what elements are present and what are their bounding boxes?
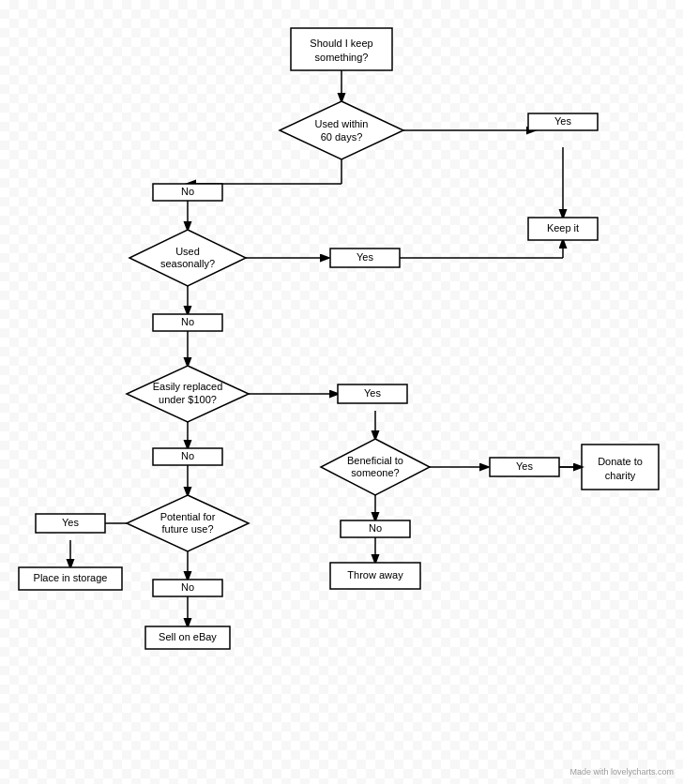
svg-text:under $100?: under $100?	[159, 394, 217, 405]
svg-text:future use?: future use?	[161, 523, 213, 535]
svg-text:Throw away: Throw away	[347, 569, 403, 580]
used60-diamond: Used within 60 days?	[280, 101, 403, 159]
svg-text:Sell on eBay: Sell on eBay	[159, 631, 217, 642]
svg-text:Should I keep: Should I keep	[310, 38, 372, 49]
svg-text:Used: Used	[175, 246, 200, 257]
svg-text:60 days?: 60 days?	[321, 131, 363, 143]
svg-rect-55	[582, 445, 659, 490]
start-box: Should I keep something?	[291, 28, 392, 70]
potential-future-diamond: Potential for future use?	[127, 495, 249, 551]
svg-text:No: No	[181, 581, 194, 593]
svg-text:No: No	[181, 186, 194, 197]
svg-text:No: No	[369, 522, 382, 534]
svg-text:No: No	[181, 316, 194, 327]
donate-charity-box: Donate to charity	[582, 445, 659, 490]
svg-text:Used within: Used within	[315, 118, 369, 129]
svg-text:Beneficial to: Beneficial to	[347, 455, 403, 466]
yes1-box: Yes	[528, 113, 598, 130]
yes4-box: Yes	[490, 458, 559, 476]
svg-text:No: No	[181, 450, 194, 461]
sell-ebay-box: Sell on eBay	[145, 626, 230, 649]
flowchart: Should I keep something? Used within 60 …	[0, 0, 683, 784]
svg-text:Yes: Yes	[357, 251, 373, 263]
used-seasonally-diamond: Used seasonally?	[129, 230, 246, 286]
svg-text:seasonally?: seasonally?	[160, 258, 215, 269]
svg-rect-24	[291, 28, 392, 70]
no2-box: No	[153, 314, 222, 331]
yes5-box: Yes	[36, 514, 105, 533]
watermark: Made with lovelycharts.com	[569, 767, 674, 776]
svg-text:Potential for: Potential for	[160, 511, 216, 522]
svg-text:Easily replaced: Easily replaced	[153, 381, 223, 392]
svg-text:Place in storage: Place in storage	[34, 572, 108, 583]
svg-text:Keep it: Keep it	[547, 222, 579, 234]
svg-text:Yes: Yes	[554, 115, 571, 127]
svg-text:someone?: someone?	[351, 467, 399, 478]
svg-text:Yes: Yes	[516, 460, 533, 472]
no1-box: No	[153, 184, 222, 201]
keep-it-box: Keep it	[528, 218, 598, 240]
place-storage-box: Place in storage	[19, 567, 122, 590]
beneficial-diamond: Beneficial to someone?	[321, 439, 430, 495]
svg-text:Yes: Yes	[62, 517, 79, 528]
svg-text:something?: something?	[315, 52, 369, 63]
svg-text:charity: charity	[605, 470, 636, 481]
no3-box: No	[153, 448, 222, 465]
no4-box: No	[341, 520, 410, 537]
throw-away-box: Throw away	[330, 563, 420, 589]
yes2-box: Yes	[330, 249, 400, 267]
svg-text:Donate to: Donate to	[598, 456, 643, 467]
easily-replaced-diamond: Easily replaced under $100?	[127, 366, 249, 422]
svg-text:Yes: Yes	[364, 387, 381, 399]
yes3-box: Yes	[338, 384, 407, 403]
no5-box: No	[153, 580, 222, 596]
